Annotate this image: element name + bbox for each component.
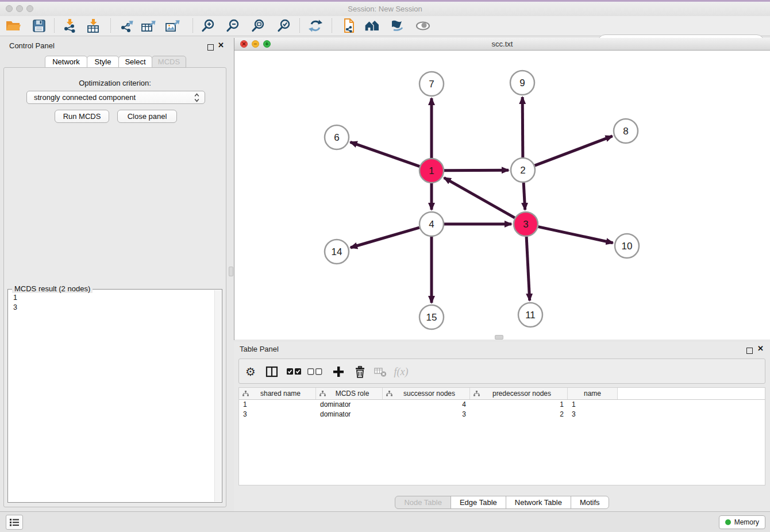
mcds-result-group: MCDS result (2 nodes) 1 3 [7, 284, 222, 503]
apply-style-icon[interactable] [388, 18, 406, 34]
export-image-icon[interactable] [164, 18, 182, 34]
table-panel-close-icon[interactable]: ✕ [757, 345, 764, 352]
show-panels-list-button[interactable] [6, 515, 23, 530]
close-panel-button[interactable]: Close panel [117, 110, 177, 123]
cell-successor-nodes: 3 [383, 410, 470, 419]
vertical-splitter-grip[interactable] [229, 267, 233, 276]
mcds-result-box[interactable]: 1 3 [7, 289, 222, 503]
cell-name: 3 [568, 410, 618, 419]
graph-edge-1-6[interactable] [351, 142, 420, 166]
graph-node-14[interactable]: 14 [325, 240, 349, 264]
tab-motifs[interactable]: Motifs [571, 496, 609, 509]
control-panel-float-icon[interactable] [207, 43, 214, 53]
column-header-shared-name[interactable]: shared name [239, 388, 316, 399]
graph-edge-2-8[interactable] [535, 136, 613, 165]
network-browser-houses-icon[interactable] [363, 18, 382, 34]
dropdown-selected-value: strongly connected component [34, 93, 136, 102]
export-table-icon[interactable] [140, 18, 158, 34]
run-mcds-button[interactable]: Run MCDS [55, 110, 109, 123]
main-toolbar [0, 16, 770, 36]
toolbar-separator [299, 18, 300, 33]
graph-edge-3-1[interactable] [444, 178, 515, 218]
tab-network[interactable]: Network [45, 56, 87, 68]
graph-node-7[interactable]: 7 [419, 72, 444, 96]
graph-node-2[interactable]: 2 [511, 158, 535, 182]
column-header-name[interactable]: name [568, 388, 618, 399]
settings-gear-icon[interactable]: ⚙ [242, 363, 259, 380]
clone-network-icon[interactable] [339, 18, 357, 34]
cell-shared-name: 1 [239, 400, 316, 410]
add-column-icon[interactable] [330, 363, 347, 380]
column-header-mcds-role[interactable]: MCDS role [316, 388, 383, 399]
show-hide-eye-icon[interactable] [414, 18, 432, 34]
graph-node-6[interactable]: 6 [325, 125, 349, 149]
graph-node-8[interactable]: 8 [614, 119, 638, 143]
graph-node-label: 2 [520, 165, 525, 176]
graph-node-4[interactable]: 4 [419, 212, 444, 236]
table-row[interactable]: 1 dominator 4 1 1 [239, 400, 765, 410]
table-row[interactable]: 3 dominator 3 2 3 [239, 410, 765, 419]
graph-node-9[interactable]: 9 [510, 71, 534, 95]
column-header-successor-nodes[interactable]: successor nodes [383, 388, 470, 399]
zoom-fit-icon[interactable] [249, 18, 267, 34]
deselect-all-columns-icon[interactable] [306, 363, 324, 380]
graph-node-label: 9 [519, 78, 525, 88]
cell-predecessor-nodes: 2 [470, 410, 568, 419]
graph-node-11[interactable]: 11 [518, 303, 542, 327]
graph-node-1[interactable]: 1 [419, 159, 444, 183]
optimization-criterion-dropdown[interactable]: strongly connected component [26, 91, 205, 104]
zoom-selected-icon[interactable] [275, 18, 293, 34]
dropdown-stepper-icon [194, 93, 199, 106]
mcds-panel-body: Optimization criterion: strongly connect… [3, 67, 226, 507]
network-window-titlebar[interactable]: ✕ − + scc.txt [234, 38, 770, 51]
graph-node-label: 3 [523, 219, 528, 230]
graph-node-label: 1 [429, 165, 434, 176]
delete-column-trash-icon[interactable] [351, 363, 368, 380]
graph-node-3[interactable]: 3 [514, 212, 538, 236]
refresh-view-icon[interactable] [306, 18, 325, 34]
mcds-result-line: 1 [13, 293, 17, 303]
tab-mcds[interactable]: MCDS [152, 56, 186, 68]
graph-edge-1-2[interactable] [444, 170, 509, 171]
graph-edge-3-10[interactable] [538, 227, 613, 243]
cell-mcds-role: dominator [316, 400, 383, 410]
graph-node-15[interactable]: 15 [419, 305, 444, 329]
memory-status-dot [725, 519, 731, 525]
tree-icon [319, 391, 326, 396]
split-view-icon[interactable] [263, 363, 280, 380]
function-builder-icon-disabled: f(x) [392, 363, 410, 380]
tab-node-table[interactable]: Node Table [395, 496, 451, 509]
column-header-predecessor-nodes[interactable]: predecessor nodes [470, 388, 568, 399]
result-scrollbar[interactable] [214, 290, 221, 502]
import-table-icon[interactable] [84, 18, 102, 34]
select-all-columns-icon[interactable] [286, 363, 303, 380]
node-table[interactable]: shared name MCDS role successor nodes pr… [238, 387, 765, 485]
zoom-out-icon[interactable] [224, 18, 242, 34]
graph-edge-4-14[interactable] [351, 228, 419, 248]
network-canvas[interactable]: 7968124314101511 [234, 51, 770, 340]
open-session-icon[interactable] [4, 18, 22, 34]
memory-button[interactable]: Memory [719, 515, 765, 529]
tab-select[interactable]: Select [118, 56, 152, 68]
table-panel-float-icon[interactable] [746, 346, 753, 356]
graph-node-label: 15 [426, 312, 437, 323]
graph-node-label: 7 [429, 79, 434, 90]
graph-node-10[interactable]: 10 [615, 234, 639, 258]
toolbar-separator [192, 18, 193, 33]
export-network-icon[interactable] [118, 18, 136, 34]
horizontal-splitter-grip[interactable] [495, 335, 503, 340]
zoom-in-icon[interactable] [199, 18, 217, 34]
tab-style[interactable]: Style [87, 56, 119, 68]
graph-edge-2-3[interactable] [523, 183, 525, 210]
graph-edge-2-9[interactable] [522, 97, 523, 157]
tree-icon [473, 391, 480, 396]
tab-network-table[interactable]: Network Table [506, 496, 571, 509]
tab-edge-table[interactable]: Edge Table [451, 496, 506, 509]
control-panel-close-icon[interactable]: ✕ [218, 42, 224, 49]
tree-icon [386, 391, 392, 396]
graph-edge-3-11[interactable] [526, 237, 530, 300]
graph-node-label: 10 [622, 241, 633, 252]
import-network-icon[interactable] [60, 18, 79, 34]
table-tabs: Node Table Edge Table Network Table Moti… [234, 496, 770, 509]
save-session-icon[interactable] [30, 18, 48, 34]
